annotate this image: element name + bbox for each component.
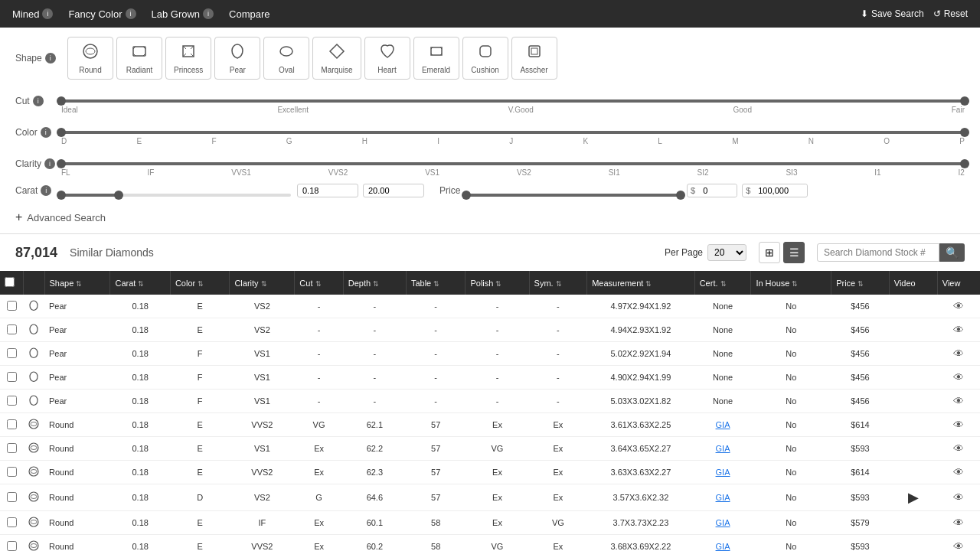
cert-link[interactable]: GIA (716, 420, 730, 429)
select-all-checkbox[interactable] (5, 277, 15, 287)
price-max-input[interactable] (753, 184, 807, 197)
view-eye-button[interactable]: 👁 (953, 347, 964, 360)
col-depth[interactable]: Depth ⇅ (343, 271, 406, 295)
cut-info-icon[interactable]: i (33, 96, 44, 106)
shape-label: Shape i (15, 53, 61, 64)
row-checkbox[interactable] (7, 541, 17, 551)
svg-rect-18 (480, 46, 491, 57)
list-view-button[interactable]: ☰ (783, 242, 805, 263)
advanced-search-toggle[interactable]: + Advanced Search (15, 204, 965, 224)
price-min-input[interactable] (698, 184, 737, 197)
row-view-cell[interactable]: 👁 (937, 535, 980, 552)
row-view-cell[interactable]: 👁 (937, 413, 980, 437)
view-eye-button[interactable]: 👁 (953, 371, 964, 383)
row-view-cell[interactable]: 👁 (937, 484, 980, 511)
clarity-slider[interactable]: FL IF VVS1 VVS2 VS1 VS2 SI1 SI2 SI3 I1 I… (61, 150, 965, 177)
shape-heart[interactable]: Heart (364, 37, 410, 80)
row-checkbox[interactable] (7, 443, 17, 453)
shape-info-icon[interactable]: i (45, 53, 56, 64)
col-clarity[interactable]: Clarity ⇅ (230, 271, 295, 295)
col-sym[interactable]: Sym. ⇅ (529, 271, 587, 295)
shape-marquise[interactable]: Marquise (312, 37, 361, 80)
row-table: - (406, 390, 465, 413)
nav-fancy-color[interactable]: Fancy Color i (68, 8, 136, 20)
svg-point-1 (86, 48, 95, 54)
cert-link[interactable]: GIA (716, 444, 730, 453)
row-view-cell[interactable]: 👁 (937, 390, 980, 413)
row-checkbox[interactable] (7, 396, 17, 406)
row-view-cell[interactable]: 👁 (937, 437, 980, 461)
row-view-cell[interactable]: 👁 (937, 295, 980, 318)
cut-slider[interactable]: Ideal Excellent V.Good Good Fair (61, 87, 965, 114)
per-page-select[interactable]: 20 50 100 (707, 244, 746, 261)
col-cut[interactable]: Cut ⇅ (295, 271, 343, 295)
shape-emerald[interactable]: Emerald (413, 37, 459, 80)
col-color[interactable]: Color ⇅ (170, 271, 229, 295)
shape-princess[interactable]: Princess (165, 37, 211, 80)
row-view-cell[interactable]: 👁 (937, 461, 980, 484)
cert-link[interactable]: GIA (716, 493, 730, 502)
nav-mined[interactable]: Mined i (12, 8, 53, 20)
shape-oval[interactable]: Oval (263, 37, 309, 80)
row-view-cell[interactable]: 👁 (937, 511, 980, 535)
row-shape-icon-cell (23, 535, 44, 552)
shape-cushion[interactable]: Cushion (462, 37, 508, 80)
carat-slider[interactable] (61, 181, 291, 200)
col-measurement[interactable]: Measurement ⇅ (587, 271, 695, 295)
carat-max-input[interactable] (363, 184, 424, 197)
stock-search-input[interactable] (817, 243, 939, 262)
carat-info-icon[interactable]: i (41, 185, 51, 196)
price-slider[interactable] (466, 181, 681, 200)
row-table: 57 (406, 413, 465, 437)
view-eye-button[interactable]: 👁 (953, 442, 964, 455)
stock-search-button[interactable]: 🔍 (939, 243, 965, 262)
shape-radiant[interactable]: Radiant (116, 37, 162, 80)
nav-compare[interactable]: Compare (229, 8, 270, 20)
row-polish: Ex (466, 413, 529, 437)
view-eye-button[interactable]: 👁 (953, 395, 964, 407)
mined-info-icon[interactable]: i (42, 8, 53, 19)
cert-link[interactable]: GIA (716, 518, 730, 527)
col-polish[interactable]: Polish ⇅ (466, 271, 529, 295)
lab-info-icon[interactable]: i (203, 8, 214, 19)
row-polish: - (466, 390, 529, 413)
row-view-cell[interactable]: 👁 (937, 342, 980, 366)
row-view-cell[interactable]: 👁 (937, 318, 980, 342)
col-price[interactable]: Price ⇅ (831, 271, 890, 295)
cert-link[interactable]: GIA (716, 468, 730, 477)
col-carat[interactable]: Carat ⇅ (110, 271, 170, 295)
view-eye-button[interactable]: 👁 (953, 419, 964, 431)
color-info-icon[interactable]: i (41, 127, 51, 138)
shape-pear[interactable]: Pear (214, 37, 260, 80)
view-eye-button[interactable]: 👁 (953, 540, 964, 551)
row-checkbox[interactable] (7, 301, 17, 311)
col-shape[interactable]: Shape ⇅ (44, 271, 110, 295)
carat-min-input[interactable] (297, 184, 358, 197)
view-eye-button[interactable]: 👁 (953, 491, 964, 504)
row-checkbox[interactable] (7, 492, 17, 502)
save-search-button[interactable]: ⬇ Save Search (861, 8, 924, 19)
view-eye-button[interactable]: 👁 (953, 466, 964, 478)
col-inhouse[interactable]: In House ⇅ (751, 271, 831, 295)
reset-button[interactable]: ↺ Reset (933, 8, 968, 19)
col-table[interactable]: Table ⇅ (406, 271, 465, 295)
view-eye-button[interactable]: 👁 (953, 517, 964, 529)
row-checkbox[interactable] (7, 372, 17, 382)
shape-round[interactable]: Round (67, 37, 113, 80)
row-checkbox[interactable] (7, 348, 17, 358)
color-slider[interactable]: D E F G H I J K L M N O P (61, 119, 965, 145)
row-checkbox[interactable] (7, 419, 17, 429)
nav-lab-grown[interactable]: Lab Grown i (152, 8, 214, 20)
row-checkbox[interactable] (7, 324, 17, 334)
cert-link[interactable]: GIA (716, 542, 730, 551)
fancy-info-icon[interactable]: i (126, 8, 136, 19)
clarity-info-icon[interactable]: i (44, 158, 55, 169)
row-view-cell[interactable]: 👁 (937, 366, 980, 390)
row-checkbox[interactable] (7, 467, 17, 477)
shape-asscher[interactable]: Asscher (511, 37, 557, 80)
view-eye-button[interactable]: 👁 (953, 324, 964, 336)
row-checkbox[interactable] (7, 517, 17, 527)
view-eye-button[interactable]: 👁 (953, 300, 964, 312)
col-cert[interactable]: Cert. ⇅ (694, 271, 751, 295)
grid-view-button[interactable]: ⊞ (759, 242, 780, 263)
